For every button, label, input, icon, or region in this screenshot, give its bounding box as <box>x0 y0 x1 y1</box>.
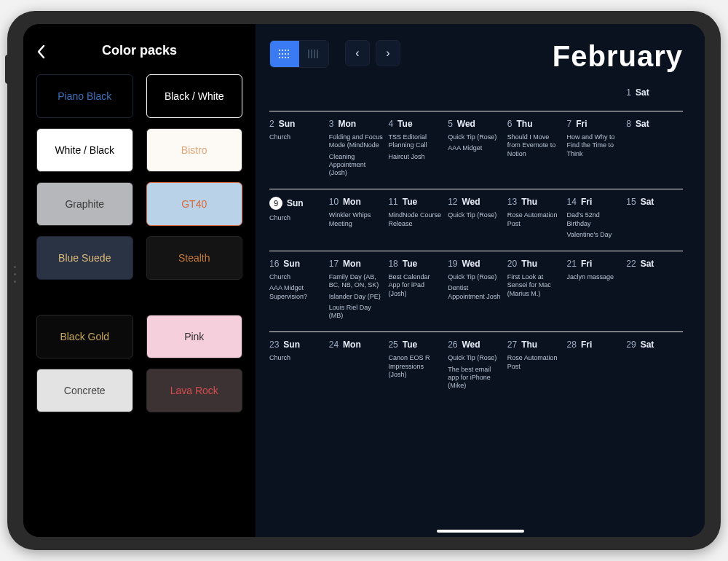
calendar-event[interactable]: Church <box>269 354 324 362</box>
day-of-week: Mon <box>338 119 356 129</box>
color-pack-option[interactable]: Black / White <box>146 74 243 118</box>
calendar-event[interactable]: Valentine’s Day <box>567 231 622 239</box>
calendar-event[interactable]: Rose Automation Post <box>507 354 562 371</box>
color-pack-option[interactable]: Pink <box>146 315 243 358</box>
date-number: 24 <box>329 340 339 350</box>
calendar-day[interactable]: 16SunChurchAAA Midget Supervision? <box>269 259 326 323</box>
calendar-day[interactable]: 9SunChurch <box>269 197 326 242</box>
svg-point-4 <box>285 50 286 51</box>
color-pack-option[interactable]: White / Black <box>36 128 133 172</box>
day-of-week: Wed <box>462 340 480 350</box>
calendar-week: 2SunChurch3MonFolding and Focus Mode (Mi… <box>269 111 683 189</box>
color-pack-option[interactable]: Concrete <box>36 369 133 412</box>
calendar-day[interactable]: 8Sat <box>626 119 683 180</box>
view-list-button[interactable] <box>299 41 328 67</box>
calendar-event[interactable]: Best Calendar App for iPad (Josh) <box>388 273 443 298</box>
svg-point-7 <box>282 53 283 55</box>
calendar-day[interactable]: 1Sat <box>626 87 683 102</box>
calendar-event[interactable]: Church <box>269 133 324 141</box>
calendar-day[interactable]: 5WedQuick Tip (Rose)AAA Midget <box>448 119 505 180</box>
calendar-day[interactable]: 19WedQuick Tip (Rose)Dentist Appointment… <box>448 259 505 323</box>
calendar-event[interactable]: Winkler Whips Meeting <box>329 211 384 228</box>
day-of-week: Sun <box>283 340 300 350</box>
day-of-week: Mon <box>343 197 361 207</box>
calendar-event[interactable]: First Look at Sensei for Mac (Marius M.) <box>507 273 562 298</box>
color-pack-option[interactable]: Graphite <box>36 182 133 226</box>
calendar-event[interactable]: Church <box>269 273 324 281</box>
back-button[interactable] <box>36 44 47 62</box>
sidebar-title: Color packs <box>102 43 177 58</box>
calendar-event[interactable]: How and Why to Find the Time to Think <box>567 133 622 158</box>
calendar-event[interactable]: MindNode Course Release <box>388 211 443 228</box>
date-number: 16 <box>269 259 279 269</box>
day-of-week: Wed <box>457 119 475 129</box>
day-of-week: Sat <box>636 87 649 98</box>
calendar-day[interactable]: 2SunChurch <box>269 119 326 180</box>
calendar-event[interactable]: Quick Tip (Rose) <box>448 273 502 281</box>
calendar-event[interactable]: Rose Automation Post <box>507 211 562 228</box>
calendar-day[interactable]: 10MonWinkler Whips Meeting <box>329 197 386 242</box>
calendar-day[interactable]: 25TueCanon EOS R Impressions (Josh) <box>388 340 445 393</box>
calendar-event[interactable]: Church <box>269 214 324 222</box>
day-of-week: Fri <box>581 259 592 269</box>
calendar-day[interactable]: 18TueBest Calendar App for iPad (Josh) <box>388 259 445 323</box>
color-pack-option[interactable]: Stealth <box>146 236 243 280</box>
color-pack-option[interactable]: Bistro <box>146 128 243 172</box>
calendar-day[interactable]: 15Sat <box>626 197 683 242</box>
calendar-event[interactable]: AAA Midget <box>448 144 502 152</box>
calendar-day[interactable]: 22Sat <box>626 259 683 323</box>
calendar-day[interactable]: 4TueTSS Editorial Planning CallHaircut J… <box>388 119 445 180</box>
calendar-event[interactable]: Haircut Josh <box>388 153 443 161</box>
calendar-day[interactable]: 12WedQuick Tip (Rose) <box>448 197 505 242</box>
calendar-event[interactable]: Should I Move from Evernote to Notion <box>507 133 562 158</box>
calendar-day[interactable]: 17MonFamily Day (AB, BC, NB, ON, SK)Isla… <box>329 259 386 323</box>
calendar-day[interactable]: 20ThuFirst Look at Sensei for Mac (Mariu… <box>507 259 564 323</box>
calendar-day[interactable]: 23SunChurch <box>269 340 326 393</box>
calendar-event[interactable]: The best email app for iPhone (Mike) <box>448 366 502 391</box>
day-of-week: Tue <box>403 197 417 207</box>
calendar-event[interactable]: Quick Tip (Rose) <box>448 211 502 219</box>
view-dots-button[interactable] <box>270 41 299 67</box>
calendar-day[interactable]: 29Sat <box>626 340 683 393</box>
day-of-week: Thu <box>521 259 537 269</box>
calendar-day[interactable]: 3MonFolding and Focus Mode (MindNodeClea… <box>329 119 386 180</box>
calendar-event[interactable]: Cleaning Appointment (Josh) <box>329 153 384 178</box>
calendar-day[interactable]: 26WedQuick Tip (Rose)The best email app … <box>448 340 505 393</box>
color-pack-option[interactable]: Black Gold <box>36 315 133 358</box>
calendar-day[interactable]: 7FriHow and Why to Find the Time to Thin… <box>567 119 624 180</box>
calendar-day[interactable]: 24Mon <box>329 340 386 393</box>
next-month-button[interactable]: › <box>376 40 400 66</box>
calendar-event[interactable]: Dentist Appointment Josh <box>448 284 502 301</box>
calendar-event[interactable]: Jaclyn massage <box>567 273 622 281</box>
date-number: 6 <box>507 119 513 129</box>
day-of-week: Tue <box>403 259 417 269</box>
color-pack-option[interactable]: Blue Suede <box>36 236 133 280</box>
calendar-event[interactable]: Canon EOS R Impressions (Josh) <box>388 354 443 379</box>
calendar-event[interactable]: Family Day (AB, BC, NB, ON, SK) <box>329 273 384 290</box>
calendar-event[interactable]: Dad's 52nd Birthday <box>567 211 622 228</box>
calendar-day[interactable]: 13ThuRose Automation Post <box>507 197 564 242</box>
calendar-day[interactable]: 27ThuRose Automation Post <box>507 340 564 393</box>
calendar-day[interactable]: 6ThuShould I Move from Evernote to Notio… <box>507 119 564 180</box>
calendar-grid: 1Sat2SunChurch3MonFolding and Focus Mode… <box>269 80 683 401</box>
day-of-week: Fri <box>581 340 592 350</box>
calendar-day[interactable]: 11TueMindNode Course Release <box>388 197 445 242</box>
calendar-event[interactable]: Quick Tip (Rose) <box>448 354 502 362</box>
calendar-event[interactable]: Folding and Focus Mode (MindNode <box>329 133 384 150</box>
color-pack-option[interactable]: GT40 <box>146 182 243 226</box>
color-pack-option[interactable]: Piano Black <box>36 74 133 118</box>
svg-point-6 <box>279 53 280 55</box>
calendar-event[interactable]: Quick Tip (Rose) <box>448 133 502 141</box>
calendar-day[interactable]: 28Fri <box>567 340 624 393</box>
calendar-event[interactable]: TSS Editorial Planning Call <box>388 133 443 150</box>
color-pack-option[interactable]: Lava Rock <box>146 369 243 412</box>
prev-month-button[interactable]: ‹ <box>345 40 370 66</box>
calendar-event[interactable]: AAA Midget Supervision? <box>269 284 324 301</box>
date-number: 29 <box>626 340 636 350</box>
calendar-day[interactable]: 14FriDad's 52nd BirthdayValentine’s Day <box>567 197 624 242</box>
calendar-day[interactable]: 21FriJaclyn massage <box>567 259 624 323</box>
home-indicator[interactable] <box>437 530 524 533</box>
calendar-event[interactable]: Louis Riel Day (MB) <box>329 304 384 321</box>
date-number: 3 <box>329 119 334 129</box>
calendar-event[interactable]: Islander Day (PE) <box>329 293 384 301</box>
